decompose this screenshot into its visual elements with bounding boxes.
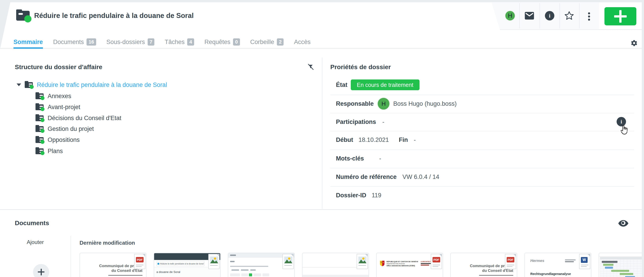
property-label: Fin xyxy=(399,136,408,143)
property-row-participations: Participations - xyxy=(336,116,384,128)
section-divider xyxy=(0,209,642,210)
property-row-responsable: Responsable H Boss Hugo (hugo.boss) xyxy=(336,98,456,110)
mail-icon[interactable] xyxy=(525,12,534,19)
tree-item[interactable]: Décisions du Conseil d'Etat xyxy=(36,113,121,123)
property-row-dossier-id: Dossier-ID 119 xyxy=(336,189,381,201)
tab-corbeille[interactable]: Corbeille2 xyxy=(250,36,284,49)
panel-divider xyxy=(322,57,322,209)
folder-icon xyxy=(36,114,44,122)
hand-cursor-icon xyxy=(619,125,628,136)
mini-heading: a douane de Soral xyxy=(156,270,180,274)
property-value: 18.10.2021 xyxy=(359,136,389,143)
add-document-button[interactable] xyxy=(33,264,49,277)
document-card-image[interactable] xyxy=(302,253,369,277)
properties-panel-title: Proriétés de dossier xyxy=(330,63,391,71)
tree-item-root[interactable]: Réduire le trafic pendulaire à la douane… xyxy=(17,80,167,90)
structure-panel-title: Structure du dossier d'affaire xyxy=(15,63,102,71)
toolbar-separator xyxy=(579,3,580,28)
tab-count-badge: 2 xyxy=(277,38,284,45)
add-button[interactable] xyxy=(604,7,636,25)
document-card-word[interactable]: Hermes Rechtsgrundlagenanalyse Projektna… xyxy=(524,253,592,277)
tree-item-label[interactable]: Plans xyxy=(48,148,63,155)
mini-search-icon xyxy=(158,263,159,265)
folder-icon xyxy=(36,92,44,100)
doc-title: Rechtsgrundlagenanalyse xyxy=(530,272,571,276)
documents-column-divider xyxy=(70,236,71,277)
pdf-file-badge: PDF xyxy=(431,254,442,269)
tree-item-label[interactable]: Décisions du Conseil d'Etat xyxy=(48,115,121,122)
tab-count-badge: 7 xyxy=(148,38,154,45)
property-value: - xyxy=(379,155,381,162)
kebab-menu-icon[interactable] xyxy=(587,11,591,21)
caret-down-icon[interactable] xyxy=(17,83,21,86)
geneva-arms-icon xyxy=(380,260,385,267)
tree-item[interactable]: Oppositions xyxy=(36,135,80,145)
dossier-folder-icon xyxy=(16,8,30,22)
property-value: - xyxy=(414,136,416,143)
tree-item-label[interactable]: Gestion du projet xyxy=(48,125,94,132)
tree-item-label[interactable]: Oppositions xyxy=(48,136,80,143)
row-divider xyxy=(330,168,634,168)
page-title: Réduire le trafic pendulaire à la douane… xyxy=(34,12,194,20)
row-divider xyxy=(330,150,634,150)
toolbar-separator xyxy=(540,3,540,28)
folder-icon xyxy=(25,81,34,89)
tree-item[interactable]: Annexes xyxy=(36,91,71,101)
image-file-badge xyxy=(208,254,220,269)
property-label: Mots-clés xyxy=(336,155,364,162)
pdf-file-badge: PDF xyxy=(134,254,146,269)
word-file-badge: W xyxy=(579,254,590,269)
header-toolbar: H i xyxy=(490,2,642,30)
tab-label: Documents xyxy=(53,39,84,45)
responsable-avatar[interactable]: H xyxy=(377,97,390,110)
document-card-image[interactable] xyxy=(228,253,295,277)
mini-search-text: Réduire le trafic pendulaire à la douane… xyxy=(160,263,204,265)
info-icon[interactable]: i xyxy=(545,11,554,20)
property-row-etat: État En cours de traitement xyxy=(336,79,420,91)
tab-count-badge: 16 xyxy=(86,38,96,45)
folder-icon xyxy=(36,147,44,155)
tree-item-label[interactable]: Annexes xyxy=(48,93,71,100)
main-card: Réduire le trafic pendulaire à la douane… xyxy=(0,2,642,277)
star-icon[interactable] xyxy=(564,10,574,21)
tab-label: Accès xyxy=(294,39,310,45)
property-value: VW 6.0.4 / 14 xyxy=(402,174,439,181)
tab-sous-dossiers[interactable]: Sous-dossiers7 xyxy=(106,36,154,49)
tab-taches[interactable]: Tâches4 xyxy=(165,36,194,49)
tab-count-badge: 0 xyxy=(233,38,240,45)
tree-item[interactable]: Avant-projet xyxy=(36,102,80,112)
tab-label: Sous-dossiers xyxy=(106,39,145,45)
document-card-image[interactable]: Réduire le trafic pendulaire à la douane… xyxy=(154,253,221,277)
tab-sommaire[interactable]: Sommaire xyxy=(14,36,43,49)
document-card-pdf[interactable]: Communiqué de presse du Conseil d'Etat 2… xyxy=(450,253,517,277)
eye-icon[interactable] xyxy=(618,220,629,227)
filter-off-icon[interactable] xyxy=(307,63,314,71)
tab-label: Sommaire xyxy=(14,39,43,45)
tree-root-label[interactable]: Réduire le trafic pendulaire à la douane… xyxy=(37,81,167,88)
document-card-excel[interactable] xyxy=(598,253,642,277)
tab-label: Tâches xyxy=(165,39,185,45)
tab-count-badge: 4 xyxy=(187,38,194,45)
property-value: Boss Hugo (hugo.boss) xyxy=(393,100,456,107)
tab-acces[interactable]: Accès xyxy=(294,36,310,49)
tabbar: Sommaire Documents16 Sous-dossiers7 Tâch… xyxy=(14,36,310,49)
row-divider xyxy=(330,186,634,187)
gear-icon[interactable] xyxy=(630,39,638,47)
status-badge[interactable]: En cours de traitement xyxy=(351,79,420,90)
document-card-pdf[interactable]: RÉPUBLIQUE ET CANTON DE GENÈVE Départeme… xyxy=(376,253,443,277)
tree-item[interactable]: Plans xyxy=(36,146,63,156)
doc-text: Département des finances xyxy=(386,263,418,265)
tab-requetes[interactable]: Requêtes0 xyxy=(204,36,240,49)
row-divider xyxy=(330,113,634,113)
property-value: 119 xyxy=(372,192,381,199)
tree-item-label[interactable]: Avant-projet xyxy=(48,104,80,111)
tree-item[interactable]: Gestion du projet xyxy=(36,124,94,134)
user-avatar[interactable]: H xyxy=(505,10,516,21)
mini-search-box: Réduire le trafic pendulaire à la douane… xyxy=(156,261,204,266)
documents-section-title: Documents xyxy=(15,220,49,227)
tab-documents[interactable]: Documents16 xyxy=(53,36,96,49)
property-label: État xyxy=(336,81,348,88)
document-card-pdf[interactable]: Communiqué de presse du Conseil d'Etat 6… xyxy=(80,253,146,277)
image-file-badge xyxy=(282,254,294,269)
property-label: Numéro de référence xyxy=(336,174,396,181)
